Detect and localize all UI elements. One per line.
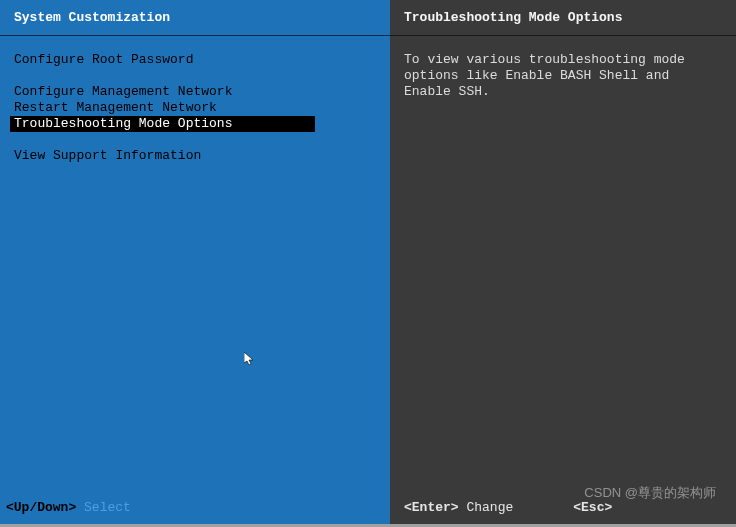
updown-key-hint: <Up/Down> — [6, 500, 76, 515]
menu-configure-root-password[interactable]: Configure Root Password — [10, 52, 390, 68]
footer-right: <Enter> Change <Esc> — [390, 494, 736, 524]
description-text: To view various troubleshooting mode opt… — [390, 36, 736, 494]
right-title: Troubleshooting Mode Options — [390, 0, 736, 36]
esc-key-hint: <Esc> — [573, 500, 612, 518]
enter-key-hint: <Enter> — [404, 500, 459, 515]
footer-left: <Up/Down> Select — [0, 494, 390, 524]
menu-view-support-information[interactable]: View Support Information — [10, 148, 390, 164]
left-panel: System Customization Configure Root Pass… — [0, 0, 390, 524]
menu-restart-management-network[interactable]: Restart Management Network — [10, 100, 390, 116]
right-panel: Troubleshooting Mode Options To view var… — [390, 0, 736, 524]
enter-action-hint: Change — [466, 500, 513, 515]
menu-configure-management-network[interactable]: Configure Management Network — [10, 84, 390, 100]
updown-action-hint: Select — [84, 500, 131, 515]
menu-area: Configure Root Password Configure Manage… — [0, 36, 390, 494]
menu-troubleshooting-mode-options[interactable]: Troubleshooting Mode Options — [10, 116, 315, 132]
left-title: System Customization — [0, 0, 390, 36]
